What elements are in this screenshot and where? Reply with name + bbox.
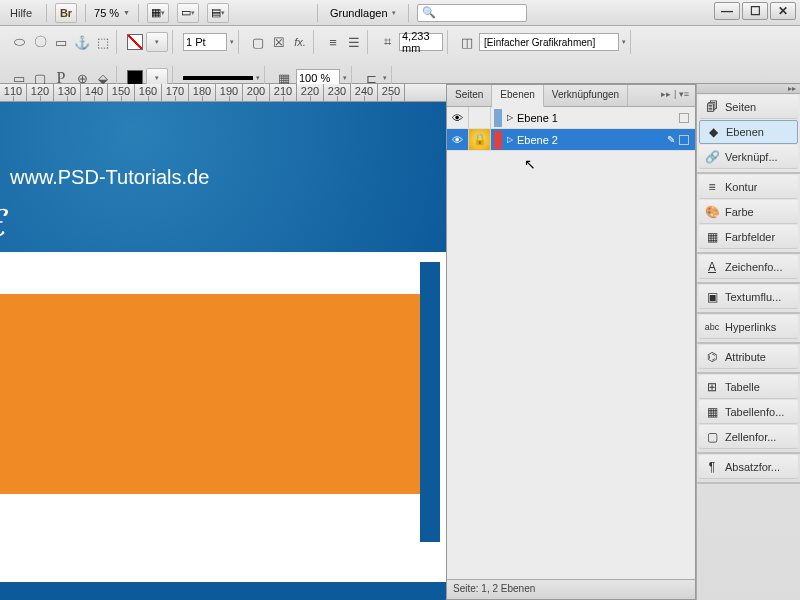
dock-absatzfor[interactable]: ¶Absatzfor...: [699, 455, 798, 479]
dock-collapse-button[interactable]: ▸▸: [697, 84, 800, 94]
expand-icon[interactable]: ▷: [507, 113, 513, 122]
ruler-tick: 130: [54, 84, 81, 101]
anchor-icon[interactable]: ⚓: [73, 33, 91, 51]
dock-ebenen[interactable]: ◆Ebenen: [699, 120, 798, 144]
ruler-tick: 180: [189, 84, 216, 101]
panel-tabs: Seiten Ebenen Verknüpfungen ▸▸ | ▾≡: [447, 85, 695, 107]
corner-icon[interactable]: ▢: [249, 33, 267, 51]
ruler-tick: 110: [0, 84, 27, 101]
crop-icon[interactable]: ⌗: [378, 33, 396, 51]
fill-options-button[interactable]: ▾: [146, 32, 168, 52]
ruler-tick: 140: [81, 84, 108, 101]
parastyle-icon: ¶: [705, 460, 719, 474]
help-menu[interactable]: Hilfe: [4, 5, 38, 21]
bridge-button[interactable]: Br: [55, 3, 77, 23]
stroke-preview[interactable]: [183, 76, 253, 80]
ruler-tick: 150: [108, 84, 135, 101]
zoom-dropdown[interactable]: 75 % ▼: [94, 7, 130, 19]
arrange-button[interactable]: ▤▾: [207, 3, 229, 23]
minimize-button[interactable]: —: [714, 2, 740, 20]
chevron-down-icon: ▾: [392, 9, 396, 17]
frame-icon[interactable]: ☒: [270, 33, 288, 51]
pages-icon: 🗐: [705, 100, 719, 114]
visibility-icon[interactable]: 👁: [447, 129, 469, 150]
dock-zellenfor[interactable]: ▢Zellenfor...: [699, 425, 798, 449]
dock-attribute[interactable]: ⌬Attribute: [699, 345, 798, 369]
panel-collapse-button[interactable]: ▸▸ | ▾≡: [655, 85, 695, 106]
frame-style-dropdown[interactable]: [Einfacher Grafikrahmen]: [479, 33, 619, 51]
dock-farbfelder[interactable]: ▦Farbfelder: [699, 225, 798, 249]
dock-tabelle[interactable]: ⊞Tabelle: [699, 375, 798, 399]
dock-tabellenfo[interactable]: ▦Tabellenfo...: [699, 400, 798, 424]
close-button[interactable]: ✕: [770, 2, 796, 20]
ruler-tick: 230: [324, 84, 351, 101]
dock-textumflu[interactable]: ▣Textumflu...: [699, 285, 798, 309]
circle-icon[interactable]: 〇: [31, 33, 49, 51]
hyperlinks-icon: abc: [705, 320, 719, 334]
ellipse-icon[interactable]: ⬭: [10, 33, 28, 51]
stroke-icon: ≡: [705, 180, 719, 194]
stroke-weight-input[interactable]: 1 Pt: [183, 33, 227, 51]
document-header-bg: ℰ www.PSD-Tutorials.de: [0, 102, 448, 252]
view-options-button[interactable]: ▦▾: [147, 3, 169, 23]
dock-kontur[interactable]: ≡Kontur: [699, 175, 798, 199]
tab-ebenen[interactable]: Ebenen: [492, 85, 543, 107]
chevron-down-icon: ▾: [230, 38, 234, 46]
cellstyle-icon: ▢: [705, 430, 719, 444]
tab-seiten[interactable]: Seiten: [447, 85, 492, 106]
screen-icon: ▭: [181, 6, 191, 19]
ruler-tick: 210: [270, 84, 297, 101]
dimension-input[interactable]: 4,233 mm: [399, 33, 443, 51]
right-dock: ▸▸ 🗐Seiten ◆Ebenen 🔗Verknüpf... ≡Kontur …: [696, 84, 800, 600]
layer-color-swatch: [494, 109, 502, 127]
layer-row[interactable]: 👁 ▷ Ebene 1: [447, 107, 695, 129]
dock-zeichenfo[interactable]: AZeichenfo...: [699, 255, 798, 279]
workspace-switcher[interactable]: Grundlagen ▾: [326, 5, 400, 21]
layer-name[interactable]: Ebene 2: [515, 134, 667, 146]
chevron-down-icon: ▼: [123, 9, 130, 16]
wrap-icon[interactable]: ☰: [345, 33, 363, 51]
chevron-down-icon: ▾: [256, 74, 260, 82]
textwrap-icon: ▣: [705, 290, 719, 304]
zoom-value: 75 %: [94, 7, 119, 19]
expand-icon[interactable]: ▷: [507, 135, 513, 144]
tab-verknuepfungen[interactable]: Verknüpfungen: [544, 85, 628, 106]
color-icon: 🎨: [705, 205, 719, 219]
swatches-icon: ▦: [705, 230, 719, 244]
lock-icon[interactable]: 🔒: [469, 129, 491, 150]
screen-mode-button[interactable]: ▭▾: [177, 3, 199, 23]
dock-seiten[interactable]: 🗐Seiten: [699, 95, 798, 119]
layer-row[interactable]: 👁 🔒 ▷ Ebene 2 ✎: [447, 129, 695, 151]
ruler-tick: 250: [378, 84, 405, 101]
ruler-tick: 200: [243, 84, 270, 101]
document-canvas[interactable]: ℰ www.PSD-Tutorials.de: [0, 102, 448, 600]
control-bar: ⬭ 〇 ▭ ⚓ ⬚ ▾ 1 Pt ▾ ▢ ☒ fx. ≡ ☰ ⌗ 4,233 m…: [0, 26, 800, 84]
frame-style-icon: ◫: [458, 33, 476, 51]
chevron-down-icon: ▾: [383, 74, 387, 82]
layer-color-swatch: [494, 131, 502, 149]
select-indicator[interactable]: [679, 135, 689, 145]
marquee-icon[interactable]: ▭: [52, 33, 70, 51]
align-icon[interactable]: ≡: [324, 33, 342, 51]
ruler-tick: 240: [351, 84, 378, 101]
document-blue-strip: [420, 262, 440, 542]
ruler-tick: 220: [297, 84, 324, 101]
maximize-button[interactable]: ☐: [742, 2, 768, 20]
tablestyle-icon: ▦: [705, 405, 719, 419]
search-input[interactable]: 🔍: [417, 4, 527, 22]
panel-status: Seite: 1, 2 Ebenen: [447, 579, 695, 599]
cube-icon[interactable]: ⬚: [94, 33, 112, 51]
dock-farbe[interactable]: 🎨Farbe: [699, 200, 798, 224]
fx-icon[interactable]: fx.: [291, 33, 309, 51]
dock-verknuepf[interactable]: 🔗Verknüpf...: [699, 145, 798, 169]
menubar: Hilfe Br 75 % ▼ ▦▾ ▭▾ ▤▾ Grundlagen ▾ 🔍 …: [0, 0, 800, 26]
select-indicator[interactable]: [679, 113, 689, 123]
links-icon: 🔗: [705, 150, 719, 164]
dock-hyperlinks[interactable]: abcHyperlinks: [699, 315, 798, 339]
layer-name[interactable]: Ebene 1: [515, 112, 679, 124]
ruler-tick: 160: [135, 84, 162, 101]
visibility-icon[interactable]: 👁: [447, 107, 469, 128]
fill-swatch[interactable]: [127, 34, 143, 50]
grid-icon: ▦: [151, 6, 161, 19]
lock-slot[interactable]: [469, 107, 491, 128]
